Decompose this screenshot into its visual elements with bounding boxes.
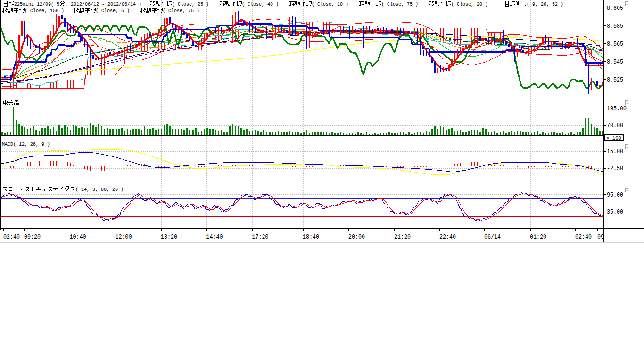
svg-text:22:40: 22:40 [439, 234, 456, 240]
svg-text:02:40: 02:40 [575, 234, 592, 240]
svg-text:14:40: 14:40 [206, 234, 223, 240]
svg-text:8,545: 8,545 [607, 59, 623, 66]
svg-text:09:20: 09:20 [24, 234, 41, 240]
svg-text:18:40: 18:40 [303, 234, 319, 240]
svg-text:09: 09 [597, 234, 604, 240]
svg-text:8,585: 8,585 [607, 23, 623, 30]
svg-text:06/14: 06/14 [484, 234, 501, 240]
svg-text:8,525: 8,525 [607, 77, 623, 83]
svg-text:95.00: 95.00 [607, 192, 623, 198]
svg-text:225mini 12/09( 5: 225mini 12/09( 5 [14, 1, 59, 7]
svg-text:-2.50: -2.50 [607, 165, 623, 172]
svg-text:( Close, 5 ): ( Close, 5 ) [96, 8, 130, 14]
svg-text:8,565: 8,565 [607, 41, 623, 48]
svg-text:( Close, 25 ): ( Close, 25 ) [172, 1, 209, 7]
svg-text:10:40: 10:40 [70, 234, 86, 240]
svg-text:( 9, 26, 52 ): ( 9, 26, 52 ) [527, 1, 563, 7]
svg-text:70.00: 70.00 [607, 123, 623, 129]
svg-text:( Close, 10 ): ( Close, 10 ) [312, 1, 348, 7]
svg-text:8,605: 8,605 [607, 5, 623, 12]
svg-text:02:40: 02:40 [3, 234, 20, 240]
svg-text:MACD( 12, 26, 9 ): MACD( 12, 26, 9 ) [2, 141, 50, 147]
svg-text:12:00: 12:00 [116, 234, 132, 240]
svg-text:( 14, 3, 80, 20 ): ( 14, 3, 80, 20 ) [75, 187, 124, 192]
svg-text:20:00: 20:00 [348, 234, 365, 240]
svg-text:13:20: 13:20 [161, 234, 177, 240]
svg-text:15.00: 15.00 [607, 148, 623, 155]
svg-text:( Close, 150 ): ( Close, 150 ) [25, 8, 64, 14]
svg-text:17:20: 17:20 [252, 234, 269, 240]
svg-text:, 2012/06/12 - 2012/06/14 ): , 2012/06/12 - 2012/06/14 ) [65, 1, 141, 7]
svg-text:35.00: 35.00 [607, 209, 623, 215]
svg-text:( Close, 20 ): ( Close, 20 ) [451, 1, 488, 7]
svg-text:( Close, 75 ): ( Close, 75 ) [381, 1, 418, 7]
svg-text:21:20: 21:20 [394, 234, 411, 240]
svg-text:( Close, 40 ): ( Close, 40 ) [242, 1, 279, 7]
svg-text:× 100: × 100 [606, 135, 621, 141]
svg-text:01:20: 01:20 [530, 234, 546, 240]
svg-text:( Close, 75 ): ( Close, 75 ) [163, 8, 199, 14]
svg-text:195.00: 195.00 [607, 106, 627, 112]
